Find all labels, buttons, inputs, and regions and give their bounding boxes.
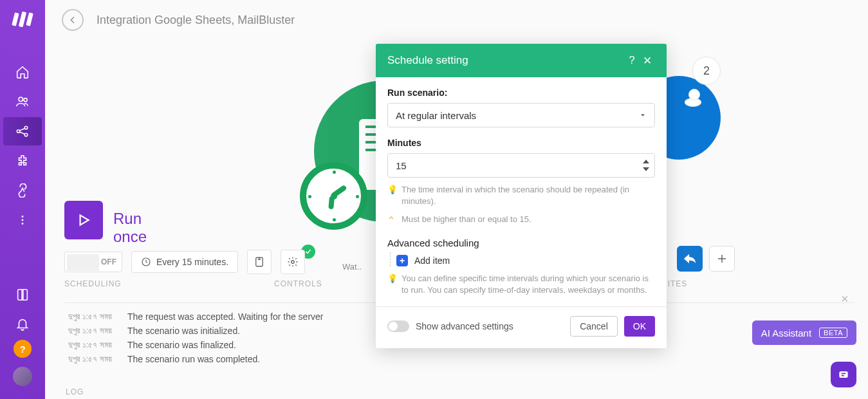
cancel-button[interactable]: Cancel: [570, 316, 618, 337]
sidebar-notifications[interactable]: [3, 310, 42, 339]
sidebar-apps[interactable]: [3, 147, 42, 175]
thought-bubble: [688, 89, 700, 100]
controls-section-label: CONTROLS: [274, 279, 322, 288]
chevron-down-icon: [639, 111, 647, 119]
module-sublabel: Wat..: [342, 262, 362, 272]
sidebar: ?: [0, 0, 45, 399]
run-scenario-value: At regular intervals: [396, 110, 476, 121]
stepper-up-icon[interactable]: [642, 159, 651, 165]
switch-off-label: OFF: [101, 257, 116, 266]
run-scenario-select[interactable]: At regular intervals: [387, 103, 655, 127]
history-button[interactable]: [247, 250, 272, 274]
advanced-scheduling-title: Advanced scheduling: [387, 237, 655, 248]
svg-rect-1: [19, 12, 26, 28]
modal-header: Schedule setting ? ✕: [376, 44, 667, 77]
svg-point-3: [19, 97, 23, 101]
clock-icon: [141, 257, 151, 267]
scheduling-toggle[interactable]: OFF: [64, 252, 122, 272]
svg-rect-2: [26, 12, 33, 26]
schedule-trigger-icon[interactable]: [300, 162, 367, 230]
beta-badge: BETA: [819, 328, 847, 338]
svg-rect-14: [839, 371, 847, 378]
sidebar-scenarios[interactable]: [3, 117, 42, 145]
log-section-label: LOG: [66, 387, 84, 396]
favorite-app-chip[interactable]: [677, 246, 703, 272]
svg-point-9: [22, 219, 24, 221]
minutes-input[interactable]: [396, 160, 642, 171]
bulb-icon: 💡: [387, 273, 396, 296]
log-message: The scenario run was completed.: [127, 354, 260, 364]
ai-assistant-label: AI Assistant: [761, 328, 811, 339]
log-close-button[interactable]: ×: [841, 292, 854, 305]
show-advanced-toggle[interactable]: [387, 320, 409, 332]
minutes-stepper[interactable]: [642, 159, 651, 172]
run-once-button[interactable]: [64, 201, 103, 239]
module-mailbluster-badge[interactable]: 2: [692, 57, 721, 85]
log-time: দুপুর ১:৫৭ সময়: [68, 311, 120, 322]
svg-point-13: [291, 261, 295, 264]
interval-hint: The time interval in which the scenario …: [402, 184, 655, 207]
log-message: The scenario was initialized.: [127, 326, 240, 336]
log-time: দুপুর ১:৫৭ সময়: [68, 326, 120, 336]
schedule-setting-modal: Schedule setting ? ✕ Run scenario: At re…: [376, 44, 667, 348]
schedule-chip[interactable]: Every 15 minutes.: [131, 251, 238, 273]
svg-point-10: [22, 223, 24, 225]
modal-title: Schedule setting: [387, 54, 468, 67]
sidebar-docs[interactable]: [3, 281, 42, 309]
schedule-label: Every 15 minutes.: [156, 257, 228, 267]
log-row: দুপুর ১:৫৭ সময়The scenario run was comp…: [64, 352, 855, 366]
sidebar-users[interactable]: [3, 88, 42, 116]
svg-point-8: [22, 216, 24, 218]
log-message: The scenario was finalized.: [127, 340, 236, 350]
advanced-hint: You can define specific time intervals d…: [402, 273, 655, 296]
warn-icon: [387, 214, 396, 225]
tree-line: [390, 252, 391, 266]
log-message: The request was accepted. Waiting for th…: [127, 311, 324, 322]
help-button[interactable]: ?: [14, 340, 32, 358]
log-time: দুপুর ১:৫৭ সময়: [68, 340, 120, 350]
show-advanced-label: Show advanced settings: [416, 321, 564, 331]
min-value-hint: Must be higher than or equal to 15.: [402, 214, 531, 225]
run-once-label: Run once: [113, 210, 147, 246]
main-area: Integration Google Sheets, MailBluster W…: [45, 0, 868, 399]
svg-rect-0: [12, 12, 19, 26]
ai-assistant-button[interactable]: AI Assistant BETA: [752, 320, 856, 345]
modal-help-icon[interactable]: ?: [624, 54, 640, 67]
stepper-down-icon[interactable]: [642, 166, 651, 172]
add-module-button[interactable]: [709, 246, 735, 272]
ok-button[interactable]: OK: [624, 316, 655, 337]
plus-icon: +: [396, 255, 408, 266]
bulb-icon: 💡: [387, 184, 396, 207]
minutes-label: Minutes: [387, 138, 655, 148]
sidebar-webhooks[interactable]: [3, 176, 42, 205]
user-avatar[interactable]: [13, 367, 32, 386]
settings-button[interactable]: [281, 250, 305, 274]
sidebar-home[interactable]: [3, 58, 42, 86]
log-time: দুপুর ১:৫৭ সময়: [68, 354, 120, 364]
svg-point-4: [24, 98, 27, 102]
make-logo[interactable]: [10, 6, 35, 32]
add-item-label: Add item: [414, 255, 450, 266]
scheduling-section-label: SCHEDULING: [64, 279, 122, 288]
sidebar-more[interactable]: [3, 206, 42, 234]
run-scenario-label: Run scenario:: [387, 88, 655, 98]
add-item-button[interactable]: + Add item: [396, 255, 655, 266]
help-fab[interactable]: [831, 362, 856, 387]
modal-close-icon[interactable]: ✕: [640, 54, 655, 68]
